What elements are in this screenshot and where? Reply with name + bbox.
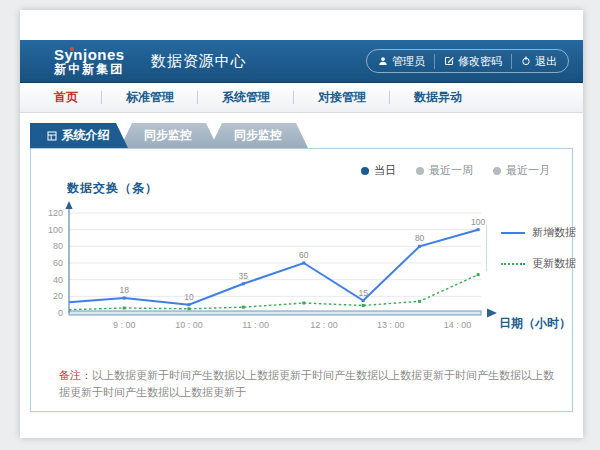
current-user-button[interactable]: 管理员	[369, 54, 435, 69]
svg-text:80: 80	[415, 233, 425, 243]
brand-logo-wordmark: Synjones	[54, 47, 125, 63]
svg-text:40: 40	[53, 275, 63, 285]
svg-text:13 : 00: 13 : 00	[377, 320, 405, 330]
content-panel: 当日最近一周最近一月 数据交换（条） 0204060801001209 : 00…	[30, 148, 573, 412]
svg-text:10 : 00: 10 : 00	[175, 320, 203, 330]
brand-logo-chinese: 新中新集团	[54, 63, 125, 76]
range-filter: 当日最近一周最近一月	[361, 163, 550, 178]
svg-text:14 : 00: 14 : 00	[444, 320, 472, 330]
svg-text:9 : 00: 9 : 00	[113, 320, 136, 330]
radio-option-1[interactable]: 最近一周	[416, 163, 473, 178]
nav-item-4[interactable]: 数据异动	[390, 83, 486, 112]
main-nav: 首页标准管理系统管理对接管理数据异动	[20, 83, 583, 113]
user-icon	[378, 56, 388, 66]
x-axis-title: 日期（小时）	[499, 315, 571, 332]
logout-button[interactable]: 退出	[512, 54, 566, 69]
svg-text:60: 60	[299, 250, 309, 260]
svg-text:35: 35	[239, 271, 249, 281]
edit-icon	[444, 56, 454, 66]
svg-text:12 : 00: 12 : 00	[310, 320, 338, 330]
document-grid-icon	[47, 131, 57, 141]
legend-item-0: 新增数据	[501, 225, 576, 240]
radio-option-0[interactable]: 当日	[361, 163, 396, 178]
radio-dot-icon	[493, 167, 501, 175]
svg-text:100: 100	[471, 217, 485, 227]
tab-0[interactable]: 系统介绍	[30, 123, 128, 148]
current-user-label: 管理员	[392, 54, 425, 69]
tab-2[interactable]: 同步监控	[210, 123, 308, 148]
svg-text:11 : 00: 11 : 00	[242, 320, 269, 330]
svg-text:0: 0	[58, 308, 63, 318]
page-title: 数据资源中心	[151, 52, 247, 71]
user-toolbar: 管理员 修改密码 退出	[366, 49, 569, 73]
nav-item-0[interactable]: 首页	[30, 83, 102, 112]
footnote: 备注：以上数据更新于时间产生数据以上数据更新于时间产生数据以上数据更新于时间产生…	[59, 367, 554, 400]
tab-label: 系统介绍	[62, 127, 110, 144]
radio-dot-icon	[416, 167, 424, 175]
radio-dot-icon	[361, 167, 369, 175]
svg-text:120: 120	[48, 208, 63, 218]
nav-item-1[interactable]: 标准管理	[102, 83, 198, 112]
tab-1[interactable]: 同步监控	[120, 123, 218, 148]
tab-bar: 系统介绍同步监控同步监控	[30, 123, 573, 148]
svg-text:100: 100	[48, 225, 63, 235]
svg-text:80: 80	[53, 241, 63, 251]
legend-item-1: 更新数据	[501, 256, 576, 271]
line-chart: 0204060801001209 : 0010 : 0011 : 0012 : …	[43, 201, 513, 341]
desktop-background: Synjones 新中新集团 数据资源中心 管理员 修改密码 退出 首页标准	[0, 0, 600, 450]
legend-swatch-icon	[501, 232, 525, 234]
app-window: Synjones 新中新集团 数据资源中心 管理员 修改密码 退出 首页标准	[20, 10, 583, 438]
svg-text:10: 10	[184, 292, 194, 302]
tab-label: 同步监控	[234, 127, 282, 144]
radio-label: 最近一周	[429, 163, 473, 178]
brand-logo[interactable]: Synjones 新中新集团	[54, 47, 125, 75]
footnote-label: 备注：	[59, 369, 92, 381]
y-axis-title: 数据交换（条）	[67, 180, 158, 197]
change-password-label: 修改密码	[458, 54, 502, 69]
legend-swatch-icon	[501, 263, 525, 265]
footnote-text: 以上数据更新于时间产生数据以上数据更新于时间产生数据以上数据更新于时间产生数据以…	[59, 369, 554, 398]
radio-option-2[interactable]: 最近一月	[493, 163, 550, 178]
radio-label: 当日	[374, 163, 396, 178]
change-password-button[interactable]: 修改密码	[435, 54, 512, 69]
logout-label: 退出	[535, 54, 557, 69]
legend-label: 新增数据	[532, 225, 576, 240]
top-white-strip	[20, 10, 583, 40]
content-area: 系统介绍同步监控同步监控 当日最近一周最近一月 数据交换（条） 02040608…	[20, 113, 583, 412]
power-icon	[521, 56, 531, 66]
tab-label: 同步监控	[144, 127, 192, 144]
svg-text:20: 20	[53, 291, 63, 301]
app-header: Synjones 新中新集团 数据资源中心 管理员 修改密码 退出	[20, 40, 583, 83]
svg-text:60: 60	[53, 258, 63, 268]
svg-text:15: 15	[358, 288, 368, 298]
nav-item-2[interactable]: 系统管理	[198, 83, 294, 112]
chart-legend: 新增数据更新数据	[486, 225, 576, 271]
radio-label: 最近一月	[506, 163, 550, 178]
svg-text:18: 18	[119, 285, 129, 295]
legend-label: 更新数据	[532, 256, 576, 271]
nav-item-3[interactable]: 对接管理	[294, 83, 390, 112]
